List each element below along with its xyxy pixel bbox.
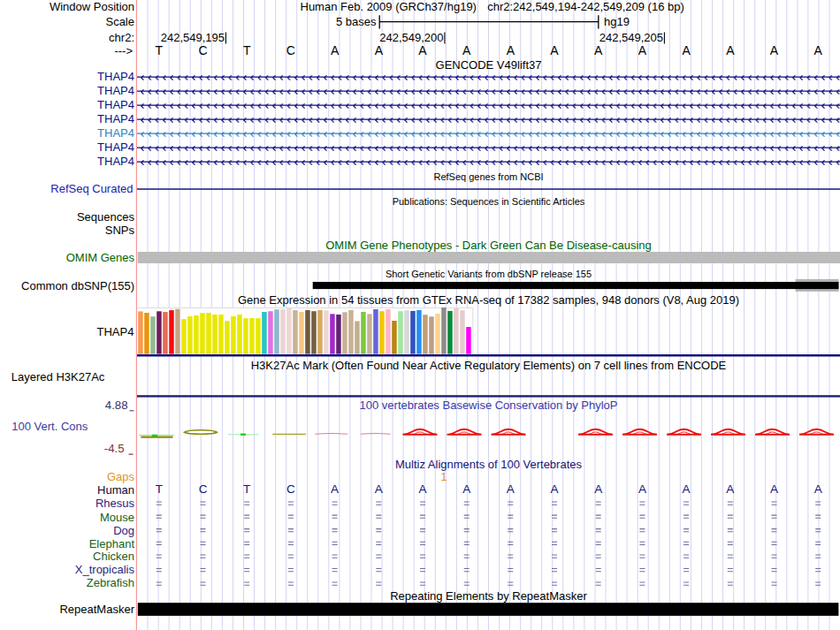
svg-text:5 bases: 5 bases — [336, 15, 377, 28]
svg-text:A: A — [594, 43, 603, 57]
svg-text:OMIM Gene Phenotypes - Dark Gr: OMIM Gene Phenotypes - Dark Green Can Be… — [325, 239, 652, 252]
svg-text:Dog: Dog — [113, 524, 134, 537]
svg-text:THAP4: THAP4 — [97, 112, 134, 125]
svg-text:RefSeq genes from NCBI: RefSeq genes from NCBI — [433, 171, 543, 182]
svg-text:242,549,195: 242,549,195 — [161, 31, 225, 44]
svg-text:A: A — [683, 482, 691, 496]
svg-text:Scale: Scale — [105, 15, 134, 28]
svg-text:Gaps: Gaps — [107, 470, 135, 483]
svg-text:H3K27Ac Mark (Often Found Near: H3K27Ac Mark (Often Found Near Active Re… — [251, 359, 727, 372]
svg-text:A: A — [682, 43, 691, 57]
svg-text:chr2:: chr2: — [109, 31, 134, 44]
svg-text:THAP4: THAP4 — [97, 140, 134, 154]
svg-text:C: C — [286, 482, 295, 496]
svg-text:A: A — [814, 482, 822, 496]
svg-text:A: A — [770, 482, 778, 496]
svg-text:THAP4: THAP4 — [96, 325, 134, 338]
svg-text:X_tropicalis: X_tropicalis — [75, 563, 135, 576]
svg-text:T: T — [156, 482, 163, 496]
svg-text:A: A — [507, 482, 515, 496]
svg-text:100 Vert. Cons: 100 Vert. Cons — [11, 420, 88, 433]
svg-text:Rhesus: Rhesus — [95, 497, 135, 510]
svg-text:RefSeq Curated: RefSeq Curated — [50, 182, 133, 195]
svg-text:T: T — [243, 43, 251, 57]
svg-text:--->: ---> — [114, 44, 133, 57]
svg-text:Elephant: Elephant — [89, 537, 135, 550]
svg-text:A: A — [331, 482, 339, 496]
svg-text:T: T — [243, 482, 250, 496]
svg-text:hg19: hg19 — [604, 15, 630, 28]
svg-text:A: A — [638, 43, 647, 57]
svg-text:A: A — [462, 43, 471, 57]
svg-text:4.88: 4.88 — [105, 398, 128, 412]
svg-text:Common dbSNP(155): Common dbSNP(155) — [21, 279, 134, 292]
svg-text:A: A — [726, 43, 735, 57]
svg-text:Human: Human — [97, 483, 134, 497]
svg-text:A: A — [418, 482, 426, 496]
svg-text:Short Genetic Variants from db: Short Genetic Variants from dbSNP releas… — [386, 269, 592, 279]
svg-text:THAP4: THAP4 — [97, 98, 134, 111]
svg-text:1: 1 — [441, 471, 447, 483]
svg-text:THAP4: THAP4 — [97, 70, 134, 83]
svg-text:Zebrafish: Zebrafish — [87, 576, 134, 589]
svg-text:Publications: Sequences in Sci: Publications: Sequences in Scientific Ar… — [393, 196, 585, 207]
svg-text:C: C — [198, 43, 207, 57]
svg-text:THAP4: THAP4 — [97, 155, 134, 168]
svg-text:A: A — [594, 482, 602, 496]
svg-text:A: A — [550, 482, 558, 496]
svg-text:Multiz Alignments of 100 Verte: Multiz Alignments of 100 Vertebrates — [395, 458, 583, 471]
svg-text:THAP4: THAP4 — [97, 84, 134, 97]
svg-text:Layered H3K27Ac: Layered H3K27Ac — [11, 370, 105, 383]
svg-text:Repeating Elements by RepeatMa: Repeating Elements by RepeatMasker — [390, 589, 587, 603]
svg-text:RepeatMasker: RepeatMasker — [59, 603, 134, 616]
svg-text:Chicken: Chicken — [93, 550, 134, 563]
svg-text:A: A — [375, 43, 384, 57]
svg-text:Human Feb. 2009 (GRCh37/hg19): Human Feb. 2009 (GRCh37/hg19) — [301, 0, 477, 13]
svg-text:A: A — [726, 482, 734, 496]
svg-text:Gene Expression in 54 tissues: Gene Expression in 54 tissues from GTEx … — [238, 293, 739, 307]
svg-text:Mouse: Mouse — [100, 511, 134, 524]
svg-text:242,549,200: 242,549,200 — [379, 31, 443, 44]
svg-text:Window Position: Window Position — [50, 0, 134, 13]
svg-text:chr2:242,549,194-242,549,209 (: chr2:242,549,194-242,549,209 (16 bp) — [487, 0, 684, 13]
svg-text:C: C — [199, 482, 208, 496]
svg-text:A: A — [375, 482, 383, 496]
svg-text:A: A — [814, 43, 823, 57]
svg-text:A: A — [418, 43, 427, 57]
svg-text:GENCODE V49lift37: GENCODE V49lift37 — [436, 58, 542, 72]
svg-text:100 vertebrates Basewise Conse: 100 vertebrates Basewise Conservation by… — [360, 398, 618, 412]
svg-text:A: A — [507, 43, 515, 57]
svg-text:A: A — [638, 482, 646, 496]
svg-text:242,549,205: 242,549,205 — [599, 31, 663, 44]
svg-text:Sequences: Sequences — [77, 210, 135, 224]
svg-text:A: A — [770, 43, 779, 57]
svg-text:C: C — [286, 43, 295, 57]
svg-text:T: T — [156, 43, 164, 57]
svg-text:THAP4: THAP4 — [97, 126, 134, 140]
svg-text:OMIM Genes: OMIM Genes — [66, 251, 135, 264]
svg-text:SNPs: SNPs — [105, 224, 135, 237]
svg-text:A: A — [550, 43, 559, 57]
svg-text:A: A — [331, 43, 340, 57]
svg-text:A: A — [462, 482, 470, 496]
svg-text:-4.5: -4.5 — [104, 442, 125, 455]
